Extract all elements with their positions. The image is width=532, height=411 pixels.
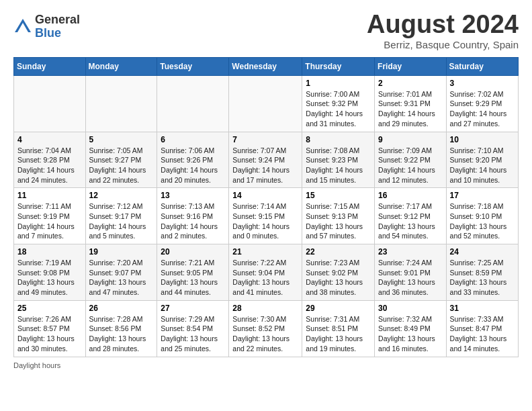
day-detail: Sunrise: 7:05 AM Sunset: 9:27 PM Dayligh…: [89, 146, 146, 184]
calendar-day-cell: 22Sunrise: 7:23 AM Sunset: 9:02 PM Dayli…: [302, 244, 375, 301]
day-detail: Sunrise: 7:29 AM Sunset: 8:54 PM Dayligh…: [161, 315, 218, 353]
calendar-weekday-header: Sunday: [14, 57, 86, 75]
calendar-day-cell: 27Sunrise: 7:29 AM Sunset: 8:54 PM Dayli…: [157, 300, 229, 357]
day-number: 23: [378, 247, 443, 257]
calendar-day-cell: 24Sunrise: 7:25 AM Sunset: 8:59 PM Dayli…: [446, 244, 518, 301]
day-number: 8: [306, 135, 371, 144]
logo-blue-text: Blue: [35, 27, 80, 40]
day-detail: Sunrise: 7:13 AM Sunset: 9:16 PM Dayligh…: [161, 202, 218, 240]
logo-general-text: General: [35, 13, 80, 27]
calendar-day-cell: [229, 75, 302, 132]
calendar-day-cell: 31Sunrise: 7:33 AM Sunset: 8:47 PM Dayli…: [446, 300, 518, 357]
calendar-weekday-header: Monday: [85, 57, 157, 75]
day-number: 5: [89, 135, 154, 144]
day-detail: Sunrise: 7:18 AM Sunset: 9:10 PM Dayligh…: [450, 202, 507, 240]
calendar-day-cell: 20Sunrise: 7:21 AM Sunset: 9:05 PM Dayli…: [157, 244, 229, 301]
day-number: 17: [450, 191, 515, 200]
calendar-day-cell: 28Sunrise: 7:30 AM Sunset: 8:52 PM Dayli…: [229, 300, 302, 357]
calendar-day-cell: 26Sunrise: 7:28 AM Sunset: 8:56 PM Dayli…: [85, 300, 157, 357]
day-number: 27: [161, 304, 225, 313]
calendar-day-cell: 5Sunrise: 7:05 AM Sunset: 9:27 PM Daylig…: [85, 132, 157, 188]
day-number: 12: [89, 191, 154, 200]
location-title: Berriz, Basque Country, Spain: [367, 39, 519, 50]
day-number: 3: [450, 79, 515, 88]
calendar-day-cell: [157, 75, 229, 132]
day-number: 24: [450, 247, 515, 257]
calendar-day-cell: 15Sunrise: 7:15 AM Sunset: 9:13 PM Dayli…: [302, 188, 375, 244]
calendar-day-cell: 13Sunrise: 7:13 AM Sunset: 9:16 PM Dayli…: [157, 188, 229, 244]
calendar-weekday-header: Saturday: [446, 57, 518, 75]
day-number: 1: [306, 79, 371, 88]
day-detail: Sunrise: 7:00 AM Sunset: 9:32 PM Dayligh…: [306, 90, 363, 128]
day-detail: Sunrise: 7:22 AM Sunset: 9:04 PM Dayligh…: [232, 259, 290, 296]
day-detail: Sunrise: 7:30 AM Sunset: 8:52 PM Dayligh…: [232, 315, 290, 353]
calendar-day-cell: 29Sunrise: 7:31 AM Sunset: 8:51 PM Dayli…: [302, 300, 375, 357]
day-number: 22: [306, 247, 371, 257]
calendar-day-cell: 12Sunrise: 7:12 AM Sunset: 9:17 PM Dayli…: [85, 188, 157, 244]
calendar-day-cell: 3Sunrise: 7:02 AM Sunset: 9:29 PM Daylig…: [446, 75, 518, 132]
month-title: August 2024: [367, 11, 519, 39]
calendar-day-cell: 11Sunrise: 7:11 AM Sunset: 9:19 PM Dayli…: [14, 188, 86, 244]
day-number: 10: [450, 135, 515, 144]
day-detail: Sunrise: 7:11 AM Sunset: 9:19 PM Dayligh…: [17, 202, 75, 240]
calendar-weekday-header: Tuesday: [157, 57, 229, 75]
day-detail: Sunrise: 7:31 AM Sunset: 8:51 PM Dayligh…: [306, 315, 363, 353]
day-number: 28: [232, 304, 298, 313]
calendar-header-row: SundayMondayTuesdayWednesdayThursdayFrid…: [14, 57, 519, 75]
day-number: 25: [17, 304, 82, 313]
day-detail: Sunrise: 7:20 AM Sunset: 9:07 PM Dayligh…: [89, 259, 146, 296]
logo-text: General Blue: [35, 13, 80, 40]
calendar-day-cell: [14, 75, 86, 132]
calendar-day-cell: 25Sunrise: 7:26 AM Sunset: 8:57 PM Dayli…: [14, 300, 86, 357]
calendar-day-cell: [85, 75, 157, 132]
day-number: 7: [232, 135, 298, 144]
calendar-day-cell: 6Sunrise: 7:06 AM Sunset: 9:26 PM Daylig…: [157, 132, 229, 188]
logo: General Blue: [13, 13, 80, 40]
day-detail: Sunrise: 7:15 AM Sunset: 9:13 PM Dayligh…: [306, 202, 363, 240]
day-detail: Sunrise: 7:09 AM Sunset: 9:22 PM Dayligh…: [378, 146, 435, 184]
calendar-week-row: 11Sunrise: 7:11 AM Sunset: 9:19 PM Dayli…: [14, 188, 519, 244]
day-detail: Sunrise: 7:23 AM Sunset: 9:02 PM Dayligh…: [306, 259, 363, 296]
calendar-day-cell: 2Sunrise: 7:01 AM Sunset: 9:31 PM Daylig…: [375, 75, 447, 132]
calendar-day-cell: 4Sunrise: 7:04 AM Sunset: 9:28 PM Daylig…: [14, 132, 86, 188]
calendar-day-cell: 23Sunrise: 7:24 AM Sunset: 9:01 PM Dayli…: [375, 244, 447, 301]
calendar-day-cell: 18Sunrise: 7:19 AM Sunset: 9:08 PM Dayli…: [14, 244, 86, 301]
day-detail: Sunrise: 7:17 AM Sunset: 9:12 PM Dayligh…: [378, 202, 435, 240]
calendar-day-cell: 17Sunrise: 7:18 AM Sunset: 9:10 PM Dayli…: [446, 188, 518, 244]
day-detail: Sunrise: 7:21 AM Sunset: 9:05 PM Dayligh…: [161, 259, 218, 296]
calendar-day-cell: 14Sunrise: 7:14 AM Sunset: 9:15 PM Dayli…: [229, 188, 302, 244]
day-detail: Sunrise: 7:02 AM Sunset: 9:29 PM Dayligh…: [450, 90, 507, 128]
calendar-day-cell: 1Sunrise: 7:00 AM Sunset: 9:32 PM Daylig…: [302, 75, 375, 132]
day-number: 13: [161, 191, 225, 200]
calendar-weekday-header: Friday: [375, 57, 447, 75]
calendar-table: SundayMondayTuesdayWednesdayThursdayFrid…: [13, 57, 519, 357]
day-detail: Sunrise: 7:08 AM Sunset: 9:23 PM Dayligh…: [306, 146, 363, 184]
calendar-day-cell: 21Sunrise: 7:22 AM Sunset: 9:04 PM Dayli…: [229, 244, 302, 301]
day-number: 6: [161, 135, 225, 144]
day-detail: Sunrise: 7:32 AM Sunset: 8:49 PM Dayligh…: [378, 315, 435, 353]
day-detail: Sunrise: 7:10 AM Sunset: 9:20 PM Dayligh…: [450, 146, 507, 184]
footer-note: Daylight hours: [13, 361, 519, 369]
day-detail: Sunrise: 7:04 AM Sunset: 9:28 PM Dayligh…: [17, 146, 75, 184]
day-number: 26: [89, 304, 154, 313]
day-number: 29: [306, 304, 371, 313]
calendar-day-cell: 30Sunrise: 7:32 AM Sunset: 8:49 PM Dayli…: [375, 300, 447, 357]
day-detail: Sunrise: 7:25 AM Sunset: 8:59 PM Dayligh…: [450, 259, 507, 296]
day-number: 11: [17, 191, 82, 200]
calendar-week-row: 4Sunrise: 7:04 AM Sunset: 9:28 PM Daylig…: [14, 132, 519, 188]
logo-icon: [13, 17, 32, 36]
day-detail: Sunrise: 7:24 AM Sunset: 9:01 PM Dayligh…: [378, 259, 435, 296]
calendar-week-row: 18Sunrise: 7:19 AM Sunset: 9:08 PM Dayli…: [14, 244, 519, 301]
calendar-weekday-header: Wednesday: [229, 57, 302, 75]
day-detail: Sunrise: 7:14 AM Sunset: 9:15 PM Dayligh…: [232, 202, 290, 240]
day-detail: Sunrise: 7:12 AM Sunset: 9:17 PM Dayligh…: [89, 202, 146, 240]
calendar-day-cell: 9Sunrise: 7:09 AM Sunset: 9:22 PM Daylig…: [375, 132, 447, 188]
day-number: 15: [306, 191, 371, 200]
day-number: 14: [232, 191, 298, 200]
day-number: 21: [232, 247, 298, 257]
day-detail: Sunrise: 7:33 AM Sunset: 8:47 PM Dayligh…: [450, 315, 507, 353]
day-detail: Sunrise: 7:07 AM Sunset: 9:24 PM Dayligh…: [232, 146, 290, 184]
day-detail: Sunrise: 7:01 AM Sunset: 9:31 PM Dayligh…: [378, 90, 435, 128]
day-detail: Sunrise: 7:26 AM Sunset: 8:57 PM Dayligh…: [17, 315, 75, 353]
day-number: 16: [378, 191, 443, 200]
